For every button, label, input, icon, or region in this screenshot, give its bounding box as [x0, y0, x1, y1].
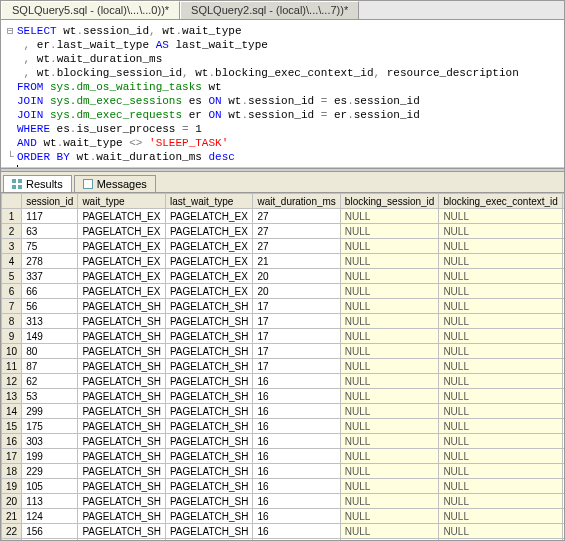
cell-wait_type[interactable]: PAGELATCH_SH [78, 404, 166, 419]
cell-blocking_session_id[interactable]: NULL [340, 269, 439, 284]
cell-blocking_exec_context_id[interactable]: NULL [439, 419, 563, 434]
sql-editor[interactable]: ⊟SELECT wt.session_id, wt.wait_type , er… [1, 20, 564, 168]
cell-last_wait_type[interactable]: PAGELATCH_SH [165, 524, 253, 539]
cell-wait_duration_ms[interactable]: 27 [253, 209, 340, 224]
table-row[interactable]: 18229PAGELATCH_SHPAGELATCH_SH16NULLNULL8… [2, 464, 565, 479]
cell-blocking_session_id[interactable]: NULL [340, 539, 439, 540]
rownum-cell[interactable]: 19 [2, 479, 22, 494]
cell-last_wait_type[interactable]: PAGELATCH_EX [165, 254, 253, 269]
cell-wait_type[interactable]: PAGELATCH_SH [78, 464, 166, 479]
cell-wait_type[interactable]: PAGELATCH_SH [78, 479, 166, 494]
column-header[interactable]: resource_description [562, 194, 564, 209]
cell-wait_type[interactable]: PAGELATCH_SH [78, 449, 166, 464]
rownum-cell[interactable]: 8 [2, 314, 22, 329]
cell-last_wait_type[interactable]: PAGELATCH_EX [165, 209, 253, 224]
table-row[interactable]: 23310PAGELATCH_SHPAGELATCH_SH16NULLNULL8… [2, 539, 565, 540]
cell-session_id[interactable]: 53 [22, 389, 78, 404]
cell-wait_type[interactable]: PAGELATCH_SH [78, 539, 166, 540]
cell-session_id[interactable]: 124 [22, 509, 78, 524]
table-row[interactable]: 756PAGELATCH_SHPAGELATCH_SH17NULLNULL8:1… [2, 299, 565, 314]
cell-last_wait_type[interactable]: PAGELATCH_SH [165, 509, 253, 524]
rownum-cell[interactable]: 17 [2, 449, 22, 464]
cell-blocking_session_id[interactable]: NULL [340, 344, 439, 359]
table-row[interactable]: 4278PAGELATCH_EXPAGELATCH_EX21NULLNULL8:… [2, 254, 565, 269]
rownum-cell[interactable]: 7 [2, 299, 22, 314]
cell-resource_description[interactable]: 8:1:20354 [562, 269, 564, 284]
cell-wait_type[interactable]: PAGELATCH_SH [78, 299, 166, 314]
cell-blocking_session_id[interactable]: NULL [340, 359, 439, 374]
table-row[interactable]: 1117PAGELATCH_EXPAGELATCH_EX27NULLNULL8:… [2, 209, 565, 224]
cell-session_id[interactable]: 56 [22, 299, 78, 314]
editor-tab-2[interactable]: SQLQuery2.sql - (local)\...\...7))* [180, 1, 359, 19]
cell-blocking_session_id[interactable]: NULL [340, 434, 439, 449]
cell-blocking_session_id[interactable]: NULL [340, 374, 439, 389]
cell-blocking_session_id[interactable]: NULL [340, 224, 439, 239]
cell-blocking_session_id[interactable]: NULL [340, 314, 439, 329]
cell-last_wait_type[interactable]: PAGELATCH_EX [165, 239, 253, 254]
cell-blocking_exec_context_id[interactable]: NULL [439, 524, 563, 539]
cell-wait_type[interactable]: PAGELATCH_SH [78, 374, 166, 389]
cell-resource_description[interactable]: 8:1:20354 [562, 434, 564, 449]
cell-wait_duration_ms[interactable]: 16 [253, 494, 340, 509]
cell-blocking_session_id[interactable]: NULL [340, 494, 439, 509]
cell-session_id[interactable]: 229 [22, 464, 78, 479]
cell-resource_description[interactable]: 8:1:20354 [562, 314, 564, 329]
cell-resource_description[interactable]: 8:1:20354 [562, 224, 564, 239]
cell-wait_duration_ms[interactable]: 27 [253, 224, 340, 239]
cell-session_id[interactable]: 156 [22, 524, 78, 539]
cell-resource_description[interactable]: 8:1:20354 [562, 329, 564, 344]
cell-blocking_exec_context_id[interactable]: NULL [439, 509, 563, 524]
cell-last_wait_type[interactable]: PAGELATCH_SH [165, 329, 253, 344]
table-row[interactable]: 1262PAGELATCH_SHPAGELATCH_SH16NULLNULL8:… [2, 374, 565, 389]
cell-last_wait_type[interactable]: PAGELATCH_SH [165, 344, 253, 359]
cell-session_id[interactable]: 299 [22, 404, 78, 419]
cell-wait_type[interactable]: PAGELATCH_SH [78, 419, 166, 434]
editor-tab-1[interactable]: SQLQuery5.sql - (local)\...\...0))* [1, 1, 180, 19]
cell-resource_description[interactable]: 8:1:20354 [562, 464, 564, 479]
table-row[interactable]: 1080PAGELATCH_SHPAGELATCH_SH17NULLNULL8:… [2, 344, 565, 359]
results-grid[interactable]: session_idwait_typelast_wait_typewait_du… [1, 193, 564, 540]
cell-session_id[interactable]: 62 [22, 374, 78, 389]
cell-blocking_exec_context_id[interactable]: NULL [439, 299, 563, 314]
cell-wait_duration_ms[interactable]: 17 [253, 359, 340, 374]
cell-session_id[interactable]: 337 [22, 269, 78, 284]
cell-blocking_exec_context_id[interactable]: NULL [439, 269, 563, 284]
cell-wait_duration_ms[interactable]: 17 [253, 314, 340, 329]
table-row[interactable]: 21124PAGELATCH_SHPAGELATCH_SH16NULLNULL8… [2, 509, 565, 524]
cell-wait_duration_ms[interactable]: 16 [253, 464, 340, 479]
cell-blocking_exec_context_id[interactable]: NULL [439, 389, 563, 404]
rownum-cell[interactable]: 3 [2, 239, 22, 254]
cell-wait_duration_ms[interactable]: 16 [253, 389, 340, 404]
cell-blocking_exec_context_id[interactable]: NULL [439, 254, 563, 269]
cell-last_wait_type[interactable]: PAGELATCH_SH [165, 404, 253, 419]
cell-session_id[interactable]: 87 [22, 359, 78, 374]
cell-resource_description[interactable]: 8:1:20354 [562, 239, 564, 254]
cell-wait_duration_ms[interactable]: 16 [253, 404, 340, 419]
cell-last_wait_type[interactable]: PAGELATCH_SH [165, 419, 253, 434]
cell-resource_description[interactable]: 8:1:20354 [562, 344, 564, 359]
cell-wait_duration_ms[interactable]: 17 [253, 299, 340, 314]
cell-last_wait_type[interactable]: PAGELATCH_SH [165, 389, 253, 404]
cell-wait_type[interactable]: PAGELATCH_EX [78, 209, 166, 224]
cell-wait_duration_ms[interactable]: 16 [253, 434, 340, 449]
cell-blocking_exec_context_id[interactable]: NULL [439, 329, 563, 344]
cell-wait_type[interactable]: PAGELATCH_SH [78, 524, 166, 539]
cell-blocking_exec_context_id[interactable]: NULL [439, 494, 563, 509]
cell-resource_description[interactable]: 8:1:20354 [562, 449, 564, 464]
rownum-cell[interactable]: 4 [2, 254, 22, 269]
rownum-cell[interactable]: 13 [2, 389, 22, 404]
cell-wait_duration_ms[interactable]: 21 [253, 254, 340, 269]
rownum-cell[interactable]: 1 [2, 209, 22, 224]
cell-session_id[interactable]: 303 [22, 434, 78, 449]
cell-blocking_session_id[interactable]: NULL [340, 254, 439, 269]
cell-wait_type[interactable]: PAGELATCH_EX [78, 224, 166, 239]
cell-last_wait_type[interactable]: PAGELATCH_SH [165, 479, 253, 494]
cell-blocking_session_id[interactable]: NULL [340, 404, 439, 419]
cell-wait_duration_ms[interactable]: 20 [253, 269, 340, 284]
cell-last_wait_type[interactable]: PAGELATCH_SH [165, 314, 253, 329]
cell-blocking_exec_context_id[interactable]: NULL [439, 344, 563, 359]
messages-tab[interactable]: Messages [74, 175, 156, 192]
cell-session_id[interactable]: 75 [22, 239, 78, 254]
table-row[interactable]: 5337PAGELATCH_EXPAGELATCH_EX20NULLNULL8:… [2, 269, 565, 284]
rownum-cell[interactable]: 22 [2, 524, 22, 539]
